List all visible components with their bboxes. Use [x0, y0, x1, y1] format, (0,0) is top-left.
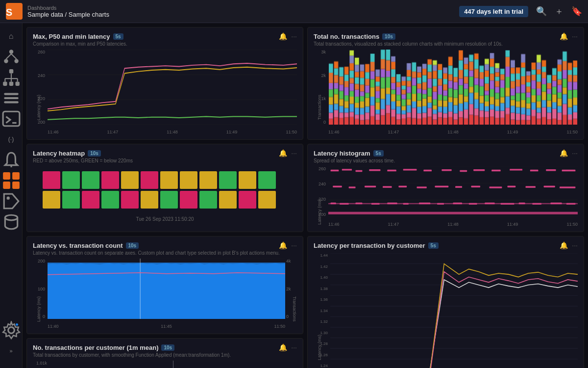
- panel-title: Total no. transactions 10s: [314, 33, 395, 40]
- sidebar-bottom: »: [2, 321, 21, 364]
- svg-rect-54: [365, 185, 376, 187]
- topbar: S Dashboards Sample data / Sample charts…: [0, 0, 588, 23]
- panel-header: Max, P50 and min latency 5s 🔔 ···: [33, 32, 297, 40]
- sidebar-item-home[interactable]: ⌂: [2, 27, 21, 46]
- sidebar-item-topology[interactable]: [2, 48, 21, 66]
- svg-rect-70: [371, 203, 380, 205]
- panel-title: Latency vs. transaction count 10s: [33, 242, 139, 249]
- bookmark-icon[interactable]: 🔖: [571, 6, 582, 17]
- bell-icon[interactable]: 🔔: [279, 343, 287, 351]
- svg-rect-52: [333, 185, 342, 187]
- y-axis: 1.01k1k: [33, 361, 49, 368]
- svg-rect-37: [331, 170, 339, 171]
- splunk-logo[interactable]: S: [6, 3, 23, 20]
- svg-rect-9: [15, 81, 19, 85]
- heatmap-cell: [160, 171, 178, 189]
- panel-actions: 🔔 ···: [560, 241, 578, 249]
- bell-icon[interactable]: 🔔: [560, 241, 568, 249]
- x-axis: 11:4611:4711:4811:4911:50: [48, 130, 297, 134]
- svg-rect-16: [4, 97, 19, 99]
- svg-rect-79: [519, 203, 525, 204]
- panel-header: Total no. transactions 10s 🔔 ···: [314, 32, 578, 40]
- svg-rect-40: [369, 169, 380, 171]
- svg-rect-73: [419, 203, 430, 204]
- main-content: Max, P50 and min latency 5s 🔔 ··· Compar…: [23, 23, 588, 368]
- panel-subtitle: RED = above 250ms, GREEN = below 220ms: [33, 158, 297, 163]
- chart-wrapper: 1.01k1k: [33, 361, 297, 368]
- panel-header: No. transactions per customer (1m mean) …: [33, 343, 297, 351]
- svg-rect-51: [562, 170, 576, 171]
- y-axis-label-left: Latency (ms): [36, 296, 41, 322]
- svg-rect-69: [356, 203, 363, 204]
- svg-rect-44: [441, 169, 451, 171]
- heatmap-cell: [82, 191, 99, 209]
- panel-subtitle: Spread of latency values across time.: [314, 158, 578, 163]
- bell-icon[interactable]: 🔔: [279, 241, 287, 249]
- sidebar-item-list[interactable]: [2, 89, 21, 107]
- sidebar-item-settings[interactable]: [2, 321, 21, 340]
- svg-rect-59: [455, 186, 462, 187]
- panel-heatmap: Latency heatmap 10s 🔔 ··· RED = above 25…: [26, 144, 303, 232]
- more-icon[interactable]: ···: [572, 241, 578, 249]
- heatmap-cell: [180, 171, 197, 189]
- sidebar-expand[interactable]: »: [2, 342, 21, 360]
- search-icon[interactable]: 🔍: [536, 6, 547, 17]
- sidebar-item-data[interactable]: [2, 212, 21, 231]
- sidebar-item-dashboard[interactable]: [2, 171, 21, 190]
- heatmap-row: [43, 191, 287, 209]
- y-axis-label-right: Transactions: [292, 296, 296, 321]
- svg-rect-39: [356, 170, 363, 172]
- heatmap-row: [43, 171, 287, 189]
- more-icon[interactable]: ···: [291, 149, 297, 157]
- svg-rect-57: [416, 186, 426, 188]
- panel-actions: 🔔 ···: [279, 241, 297, 249]
- panel-latency-by-customer: Latency per transaction by customer 5s 🔔…: [307, 236, 584, 368]
- panel-header: Latency heatmap 10s 🔔 ···: [33, 149, 297, 157]
- panel-header: Latency histogram 5s 🔔 ···: [314, 149, 578, 157]
- more-icon[interactable]: ···: [291, 343, 297, 351]
- svg-rect-49: [530, 170, 539, 171]
- customer-latency-svg: [330, 253, 578, 368]
- svg-rect-75: [453, 203, 463, 204]
- heatmap-cell: [160, 191, 178, 209]
- more-icon[interactable]: ···: [291, 241, 297, 249]
- add-icon[interactable]: ＋: [555, 5, 564, 17]
- heatmap-cell: [101, 191, 119, 209]
- svg-rect-71: [387, 203, 397, 204]
- chart-wrapper: 1.441.421.401.381.361.341.321.301.281.26…: [314, 253, 578, 368]
- y-axis-label: Latency (ms): [36, 95, 41, 120]
- more-icon[interactable]: ···: [572, 32, 578, 40]
- svg-rect-76: [469, 203, 477, 205]
- heatmap-cell: [101, 171, 119, 189]
- panel-actions: 🔔 ···: [279, 343, 297, 351]
- heatmap-cell: [219, 191, 237, 209]
- panel-title: Latency per transaction by customer 5s: [314, 242, 439, 249]
- sidebar-item-hierarchy[interactable]: [2, 68, 21, 87]
- svg-rect-78: [501, 203, 514, 205]
- heatmap-cell: [141, 191, 158, 209]
- sidebar-item-terminal[interactable]: [2, 109, 21, 128]
- svg-point-1: [9, 50, 13, 53]
- panel-title: Max, P50 and min latency 5s: [33, 33, 123, 40]
- bell-icon[interactable]: 🔔: [279, 32, 287, 40]
- svg-rect-46: [473, 169, 485, 171]
- sidebar-item-parens[interactable]: (·): [2, 130, 21, 149]
- more-icon[interactable]: ···: [572, 149, 578, 157]
- bell-icon[interactable]: 🔔: [560, 32, 568, 40]
- breadcrumb-bottom: Sample data / Sample charts: [27, 11, 109, 18]
- sidebar-item-bell[interactable]: [2, 151, 21, 169]
- bell-icon[interactable]: 🔔: [560, 149, 568, 157]
- sidebar-item-tag[interactable]: [2, 192, 21, 210]
- svg-rect-7: [3, 81, 7, 85]
- topbar-left: S Dashboards Sample data / Sample charts: [6, 3, 109, 20]
- svg-rect-47: [491, 170, 501, 171]
- panel-subtitle: Total transactions by customer, with smo…: [33, 352, 297, 358]
- bell-icon[interactable]: 🔔: [279, 149, 287, 157]
- panel-header: Latency per transaction by customer 5s 🔔…: [314, 241, 578, 249]
- more-icon[interactable]: ···: [291, 32, 297, 40]
- svg-rect-42: [403, 169, 417, 170]
- heatmap-cell: [239, 171, 256, 189]
- svg-point-3: [14, 59, 18, 63]
- svg-point-2: [4, 59, 8, 63]
- svg-rect-6: [9, 69, 13, 73]
